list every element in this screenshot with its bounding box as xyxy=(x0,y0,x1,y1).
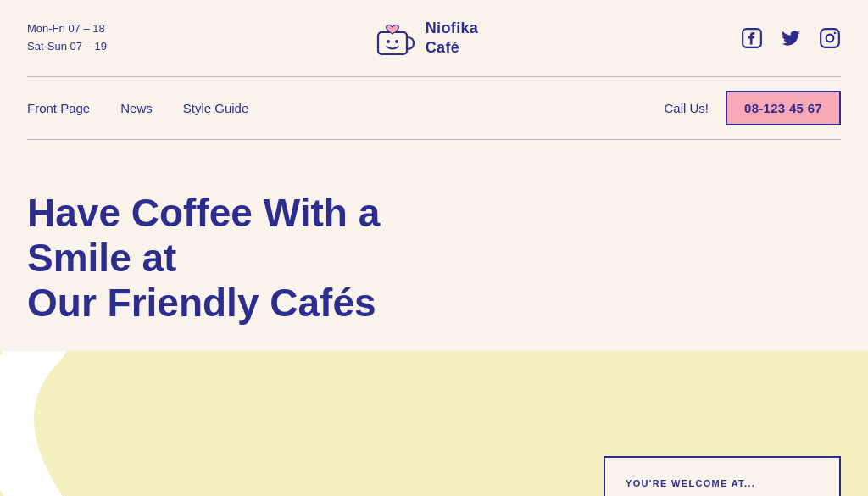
nav-bar: Front Page News Style Guide Call Us! 08-… xyxy=(0,77,868,139)
hero-title: Have Coffee With a Smile at Our Friendly… xyxy=(27,191,468,326)
business-hours: Mon-Fri 07 – 18 Sat-Sun 07 – 19 xyxy=(27,20,107,56)
weekend-hours: Sat-Sun 07 – 19 xyxy=(27,38,107,56)
nav-links: Front Page News Style Guide xyxy=(27,101,248,115)
social-icons xyxy=(741,27,841,49)
facebook-icon[interactable] xyxy=(741,27,763,49)
instagram-icon[interactable] xyxy=(819,27,841,49)
decorative-curve xyxy=(0,351,161,496)
welcome-card: YOU'RE WELCOME AT... xyxy=(604,456,841,496)
logo[interactable]: Niofika Café xyxy=(370,15,479,61)
top-bar: Mon-Fri 07 – 18 Sat-Sun 07 – 19 Niofika … xyxy=(0,0,868,76)
nav-front-page[interactable]: Front Page xyxy=(27,101,90,115)
top-divider xyxy=(27,76,841,77)
phone-button[interactable]: 08-123 45 67 xyxy=(726,91,841,125)
call-us-label: Call Us! xyxy=(664,101,709,115)
svg-point-2 xyxy=(395,40,398,43)
svg-point-5 xyxy=(826,35,834,42)
nav-style-guide[interactable]: Style Guide xyxy=(183,101,249,115)
yellow-section: YOU'RE WELCOME AT... xyxy=(0,351,868,496)
svg-rect-0 xyxy=(378,32,407,54)
logo-icon xyxy=(370,15,415,61)
svg-point-1 xyxy=(387,40,390,43)
nav-news[interactable]: News xyxy=(120,101,153,115)
twitter-icon[interactable] xyxy=(780,27,802,49)
svg-rect-4 xyxy=(821,29,839,47)
weekday-hours: Mon-Fri 07 – 18 xyxy=(27,20,107,38)
nav-right: Call Us! 08-123 45 67 xyxy=(664,91,841,125)
welcome-label: YOU'RE WELCOME AT... xyxy=(626,478,755,488)
svg-point-6 xyxy=(834,32,837,35)
logo-text: Niofika Café xyxy=(426,19,479,59)
hero-section: Have Coffee With a Smile at Our Friendly… xyxy=(0,140,868,326)
